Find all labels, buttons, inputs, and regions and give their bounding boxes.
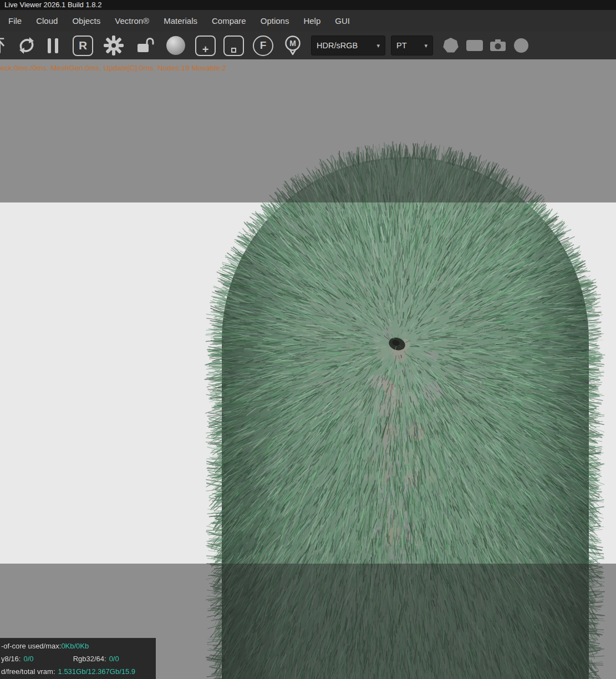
colorspace-value: HDR/sRGB: [317, 41, 358, 50]
settings-gear-button[interactable]: [103, 35, 124, 56]
focus-label: F: [260, 39, 267, 52]
toolbar: R: [0, 32, 616, 59]
heptagon-icon: [442, 37, 460, 54]
render-viewport[interactable]: eck:0ms./0ms. MeshGen:0ms. Update[C]:0ms…: [0, 59, 616, 679]
menu-item-compare[interactable]: Compare: [205, 16, 253, 26]
chevron-down-icon: [370, 42, 380, 49]
lock-resolution-button[interactable]: [135, 36, 156, 55]
open-lock-icon: [135, 36, 156, 55]
out-of-core-value: 0Kb/0Kb: [61, 642, 89, 650]
menu-item-objects[interactable]: Objects: [65, 16, 108, 26]
restart-render-button[interactable]: R: [73, 36, 93, 56]
render-target-button[interactable]: [514, 38, 528, 53]
out-of-core-label: -of-core used/max:: [1, 642, 61, 650]
clipped-arrow-icon[interactable]: [0, 35, 9, 56]
focus-picker-button[interactable]: F: [253, 36, 273, 56]
vram-value: 1.531Gb/12.367Gb/15.9: [58, 667, 136, 676]
film-plane-button[interactable]: [466, 40, 483, 51]
window-title: Live Viewer 2026.1 Build 1.8.2: [4, 1, 101, 9]
svg-text:M: M: [289, 39, 296, 48]
grey-channels-value: 0/0: [23, 655, 33, 663]
stats-row-vram: d/free/total vram:1.531Gb/12.367Gb/15.9: [1, 665, 156, 678]
colorspace-select[interactable]: HDR/sRGB: [311, 36, 385, 55]
menu-item-vectron[interactable]: Vectron®: [108, 16, 156, 26]
menu-item-gui[interactable]: GUI: [328, 16, 357, 26]
sub-region-button[interactable]: [223, 36, 244, 56]
add-render-region-button[interactable]: +: [195, 36, 216, 56]
render-status-line: eck:0ms./0ms. MeshGen:0ms. Update[C]:0ms…: [0, 64, 226, 72]
title-bar: Live Viewer 2026.1 Build 1.8.2: [0, 0, 616, 10]
small-square-icon: [231, 48, 236, 53]
kernel-value: PT: [396, 41, 407, 50]
menu-item-cloud[interactable]: Cloud: [29, 16, 65, 26]
object-layer-button[interactable]: [442, 37, 460, 54]
camera-icon: [488, 37, 507, 54]
chevron-down-icon: [418, 42, 427, 49]
live-viewer-window: Live Viewer 2026.1 Build 1.8.2 File Clou…: [0, 0, 616, 679]
menu-item-options[interactable]: Options: [253, 16, 297, 26]
pause-render-button[interactable]: [48, 38, 58, 53]
stats-row-out-of-core: -of-core used/max:0Kb/0Kb: [1, 640, 156, 652]
rgb-channels-label: Rgb32/64:: [73, 655, 106, 663]
rgb-channels-value: 0/0: [109, 655, 119, 663]
render-region-dim-top: [0, 59, 616, 202]
refresh-render-button[interactable]: [16, 34, 38, 57]
material-picker-button[interactable]: M: [282, 34, 303, 57]
stats-row-channels: y8/16:0/0 Rgb32/64:0/0: [1, 652, 156, 665]
menu-item-help[interactable]: Help: [296, 16, 328, 26]
kernel-select[interactable]: PT: [391, 36, 433, 55]
vram-label: d/free/total vram:: [1, 667, 55, 676]
menu-item-file[interactable]: File: [1, 16, 29, 26]
grey-channels-label: y8/16:: [1, 655, 21, 663]
restart-label: R: [79, 39, 87, 52]
vram-stats-panel: -of-core used/max:0Kb/0Kb y8/16:0/0 Rgb3…: [0, 638, 156, 679]
gear-icon: [103, 35, 124, 56]
clay-mode-button[interactable]: [166, 36, 185, 55]
material-pin-icon: M: [282, 34, 303, 57]
camera-button[interactable]: [488, 37, 507, 54]
menu-item-materials[interactable]: Materials: [156, 16, 205, 26]
plus-icon: +: [202, 44, 209, 55]
menu-bar: File Cloud Objects Vectron® Materials Co…: [0, 10, 616, 32]
